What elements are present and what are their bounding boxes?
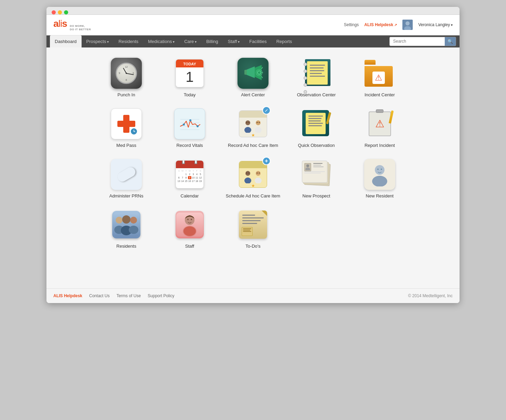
minimize-btn[interactable] [58, 10, 62, 14]
close-btn[interactable] [52, 10, 56, 14]
svg-point-27 [245, 120, 250, 125]
svg-point-24 [183, 123, 185, 126]
svg-text:9: 9 [119, 72, 120, 74]
window-chrome [46, 7, 460, 15]
tile-report-incident[interactable]: ⚠ Report Incident [351, 108, 408, 149]
tile-administer-prns[interactable]: Administer PRNs [98, 159, 155, 199]
quick-observation-icon [301, 108, 332, 139]
todos-label: To-Do's [245, 244, 261, 249]
svg-rect-8 [244, 70, 247, 75]
helpdesk-link[interactable]: ALIS Helpdesk [364, 22, 397, 27]
tile-alert-center[interactable]: Alert Center [225, 58, 281, 98]
nav-bar: Dashboard Prospects Residents Medication… [46, 35, 460, 47]
record-adhoc-icon: ★ [238, 108, 268, 139]
tile-record-adhoc[interactable]: ★ Record Ad hoc Care Item [225, 108, 281, 149]
nav-item-residents[interactable]: Residents [114, 35, 143, 47]
svg-point-47 [372, 176, 387, 186]
tile-residents[interactable]: Residents [98, 209, 155, 249]
tile-calendar[interactable]: SMTWTFS 12345 6789101112 13141516171819 … [161, 159, 218, 199]
footer-helpdesk-link[interactable]: ALIS Helpdesk [53, 293, 82, 298]
tile-punch-in[interactable]: 12 3 6 9 Punch In [98, 58, 155, 98]
svg-point-42 [259, 172, 260, 173]
svg-point-28 [244, 127, 251, 133]
today-day: 1 [186, 70, 193, 84]
tile-staff[interactable]: Staff [161, 209, 218, 249]
logo-tagline: DO MORE, DO IT BETTER [70, 24, 91, 32]
nav-item-staff[interactable]: Staff [223, 35, 244, 47]
search-button[interactable]: 🔍 [445, 37, 456, 46]
svg-point-33 [257, 122, 258, 123]
alert-center-icon [238, 58, 268, 89]
tile-new-resident[interactable]: New Resident [351, 159, 408, 199]
svg-text:3: 3 [133, 72, 134, 74]
svg-point-44 [305, 168, 310, 170]
record-adhoc-label: Record Ad hoc Care Item [228, 143, 278, 149]
tile-today[interactable]: Today 1 Today [161, 58, 218, 98]
svg-point-34 [259, 122, 260, 123]
svg-point-41 [257, 172, 258, 173]
nav-item-prospects[interactable]: Prospects [82, 35, 114, 47]
svg-point-40 [255, 177, 262, 183]
svg-point-51 [116, 217, 123, 224]
svg-point-55 [130, 217, 137, 224]
staff-icon [174, 209, 205, 240]
svg-point-43 [306, 164, 309, 167]
svg-point-32 [255, 127, 262, 133]
tile-schedule-adhoc[interactable]: ★ + Schedule Ad hoc Care Item [225, 159, 281, 199]
tile-incident-center[interactable]: ⚠ Incident Center [351, 58, 408, 98]
nav-item-reports[interactable]: Reports [272, 35, 297, 47]
search-input[interactable] [390, 37, 445, 45]
svg-point-18 [134, 131, 134, 132]
footer-support-link[interactable]: Support Policy [148, 293, 174, 298]
administer-prns-icon [111, 159, 142, 190]
administer-prns-label: Administer PRNs [109, 193, 144, 199]
report-incident-icon: ⚠ [364, 108, 395, 139]
record-vitals-label: Record Vitals [176, 143, 203, 149]
today-icon: Today 1 [174, 58, 205, 89]
med-pass-icon [111, 108, 142, 139]
footer-links: ALIS Helpdesk Contact Us Terms of Use Su… [53, 293, 174, 298]
footer-terms-link[interactable]: Terms of Use [116, 293, 141, 298]
svg-point-25 [189, 119, 191, 121]
incident-center-label: Incident Center [365, 92, 395, 98]
nav-item-dashboard[interactable]: Dashboard [50, 35, 82, 47]
alert-center-label: Alert Center [241, 92, 265, 98]
calendar-icon: SMTWTFS 12345 6789101112 13141516171819 [174, 159, 205, 190]
nav-item-care[interactable]: Care [179, 35, 201, 47]
tile-med-pass[interactable]: Med Pass [98, 108, 155, 149]
nav-item-medications[interactable]: Medications [143, 35, 179, 47]
staff-label: Staff [185, 244, 194, 249]
new-prospect-label: New Prospect [303, 193, 330, 199]
tile-observation-center[interactable]: Observation Center [288, 58, 345, 98]
schedule-adhoc-icon: ★ + [238, 159, 268, 190]
svg-point-30 [249, 122, 250, 123]
maximize-btn[interactable] [64, 10, 68, 14]
tile-record-vitals[interactable]: Record Vitals [161, 108, 218, 149]
user-name[interactable]: Veronica Langley [418, 22, 453, 27]
new-resident-icon [364, 159, 395, 190]
svg-point-26 [197, 125, 199, 127]
svg-point-35 [245, 171, 250, 176]
svg-point-56 [129, 226, 138, 234]
icon-grid: 12 3 6 9 Punch In Today [98, 58, 408, 250]
tile-quick-observation[interactable]: Quick Observation [288, 108, 345, 149]
footer-contact-link[interactable]: Contact Us [89, 293, 109, 298]
logo: alis DO MORE, DO IT BETTER [53, 18, 91, 32]
residents-label: Residents [116, 244, 136, 249]
svg-text:12: 12 [125, 66, 128, 68]
tile-new-prospect[interactable]: New Prospect [288, 159, 345, 199]
new-prospect-icon [301, 159, 332, 190]
nav-search[interactable]: 🔍 [389, 37, 456, 46]
nav-item-facilities[interactable]: Facilities [244, 35, 272, 47]
observation-center-label: Observation Center [297, 92, 336, 98]
today-month: Today [183, 62, 196, 66]
svg-line-12 [262, 67, 263, 69]
dashboard-content: 12 3 6 9 Punch In Today [46, 47, 460, 288]
nav-item-billing[interactable]: Billing [201, 35, 223, 47]
top-header: alis DO MORE, DO IT BETTER Settings ALIS… [46, 15, 460, 35]
svg-point-61 [187, 219, 189, 220]
tile-todos[interactable]: To-Do's [225, 209, 281, 249]
med-pass-label: Med Pass [116, 143, 136, 149]
settings-link[interactable]: Settings [344, 22, 359, 27]
incident-center-icon: ⚠ [364, 58, 395, 89]
